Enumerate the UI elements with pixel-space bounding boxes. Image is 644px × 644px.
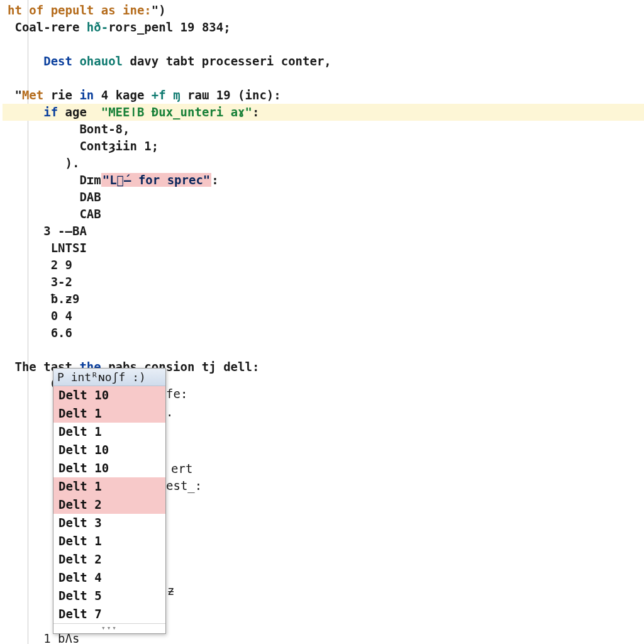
code-line[interactable]: 6.6	[3, 325, 644, 341]
autocomplete-item[interactable]: Delt 1	[53, 477, 165, 496]
autocomplete-item[interactable]: Delt 10	[53, 386, 165, 404]
code-line[interactable]: DAB	[3, 189, 644, 206]
autocomplete-item[interactable]: Delt 2	[53, 550, 165, 569]
code-fragment: ert	[171, 462, 192, 475]
autocomplete-item[interactable]: Delt 10	[53, 459, 165, 477]
code-line[interactable]: 3-2	[3, 274, 644, 291]
autocomplete-item[interactable]: Delt 2	[53, 496, 165, 514]
autocomplete-item[interactable]: Delt 3	[53, 514, 165, 532]
code-line[interactable]: LNTSI	[3, 240, 644, 257]
autocomplete-header: P intᴿɴoʃf :)	[53, 369, 165, 386]
code-fragment: fe:	[166, 387, 187, 401]
code-fragment: est_:	[166, 479, 202, 492]
code-line[interactable]: if age "MEEǀB Ðux_unteri aɤ":	[3, 104, 644, 121]
code-line[interactable]: Contȝiin 1;	[3, 138, 644, 155]
code-line[interactable]: Bont-8,	[3, 121, 644, 138]
autocomplete-item[interactable]: Delt 4	[53, 569, 165, 587]
autocomplete-item[interactable]: Delt 1	[53, 423, 165, 441]
code-line[interactable]: 3 -–BA	[3, 223, 644, 240]
code-line[interactable]: CAB	[3, 206, 644, 223]
code-line[interactable]: 0 4	[3, 308, 644, 325]
code-line[interactable]: ).	[3, 155, 644, 172]
code-line[interactable]: Dest ohauol davy tabt processeri conter,	[3, 53, 644, 70]
code-line[interactable]: 2 9	[3, 257, 644, 274]
autocomplete-item[interactable]: Delt 5	[53, 587, 165, 605]
code-line[interactable]: ht of pepult as ine:")	[3, 2, 644, 19]
autocomplete-item[interactable]: Delt 1	[53, 404, 165, 423]
code-line[interactable]	[3, 341, 644, 358]
code-line[interactable]: ƀ.ƶ9	[3, 291, 644, 308]
code-line[interactable]	[3, 36, 644, 53]
autocomplete-list[interactable]: Delt 10Delt 1Delt 1Delt 10Delt 10Delt 1D…	[53, 386, 165, 623]
code-line[interactable]: Dɪm"L－́— for sprec":	[3, 172, 644, 189]
autocomplete-item[interactable]: Delt 10	[53, 441, 165, 459]
autocomplete-footer: ▾▾▾	[53, 623, 165, 633]
code-line[interactable]	[3, 70, 644, 87]
autocomplete-popup[interactable]: P intᴿɴoʃf :) Delt 10Delt 1Delt 1Delt 10…	[53, 368, 166, 634]
code-fragment: ƶ	[167, 584, 174, 597]
code-line[interactable]: "Met rie in 4 kage +f ɱ raɯ 19 (inc):	[3, 87, 644, 104]
autocomplete-item[interactable]: Delt 7	[53, 605, 165, 623]
code-line[interactable]: Coal-rere hð-rors_penl 19 834;	[3, 19, 644, 36]
code-fragment: .	[166, 405, 173, 419]
autocomplete-item[interactable]: Delt 1	[53, 532, 165, 550]
